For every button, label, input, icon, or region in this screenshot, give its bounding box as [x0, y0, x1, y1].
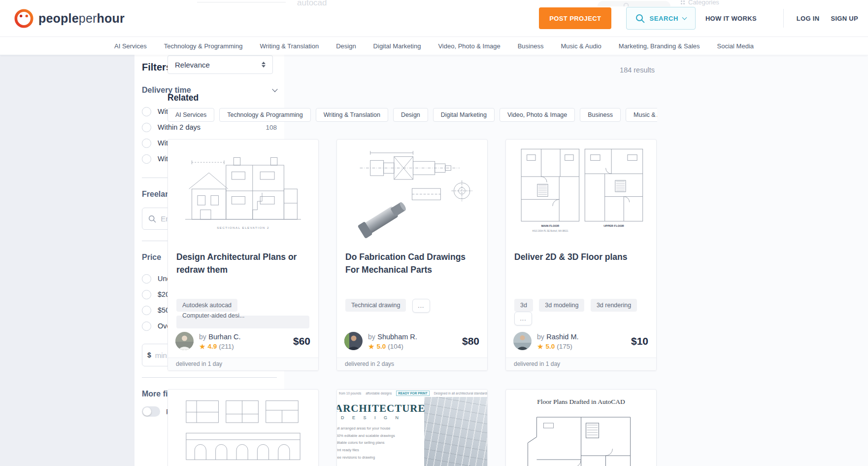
- seller-avatar[interactable]: [175, 332, 194, 350]
- how-it-works-link[interactable]: HOW IT WORKS: [705, 15, 757, 22]
- gig-tags: 3d 3d modeling 3d rendering ...: [514, 299, 651, 325]
- delivery-footer: delivered in 1 day: [506, 358, 656, 370]
- nav-item-marketing-branding-sales[interactable]: Marketing, Branding & Sales: [619, 42, 700, 50]
- logo[interactable]: peopleperhour: [14, 8, 125, 29]
- rating-value: 5.0: [376, 343, 386, 350]
- nav-item-writing-translation[interactable]: Writing & Translation: [260, 42, 319, 50]
- log-in-link[interactable]: LOG IN: [797, 15, 820, 22]
- radio-button[interactable]: [142, 139, 151, 148]
- logo-text: peopleperhour: [38, 11, 125, 26]
- related-tag-business[interactable]: Business: [580, 108, 621, 122]
- delivery-footer: delivered in 2 days: [337, 358, 487, 370]
- search-button[interactable]: SEARCH: [626, 7, 696, 30]
- sign-up-link[interactable]: SIGN UP: [831, 15, 858, 22]
- radio-button[interactable]: [142, 107, 151, 116]
- gig-card-architectural-plans[interactable]: SECTIONAL ELEVATION 2 Design Architectur…: [167, 139, 319, 371]
- radio-button[interactable]: [142, 154, 151, 164]
- seller-meta: by Burhan C. ★ 4.9 (211): [199, 332, 241, 350]
- poster-feature-lines: ull arranged areas for your house 00% ed…: [336, 425, 395, 461]
- category-nav: AI Services Technology & Programming Wri…: [0, 36, 868, 55]
- post-project-button[interactable]: POST PROJECT: [539, 7, 611, 29]
- rating-row: ★ 5.0 (104): [368, 343, 417, 350]
- more-tags-button[interactable]: ...: [412, 299, 430, 313]
- seller-name[interactable]: Burhan C.: [208, 333, 240, 341]
- gig-tag[interactable]: 3d rendering: [591, 299, 637, 312]
- gig-card-architecture-poster[interactable]: from 10 pounds affordable designs READY …: [336, 389, 488, 466]
- sort-arrows-icon: [262, 62, 266, 68]
- related-tag-digital-marketing[interactable]: Digital Marketing: [433, 108, 495, 122]
- gig-card-autocad-floor-plans[interactable]: Floor Plans Drafted in AutoCAD: [505, 389, 657, 466]
- gig-card-fabrication-cad[interactable]: Do Fabrication Cad Drawings For Mechanic…: [336, 139, 488, 371]
- poster-title: ARCHITECTURE: [336, 402, 426, 415]
- radio-button[interactable]: [142, 306, 151, 315]
- related-tag-technology-programming[interactable]: Technology & Programming: [219, 108, 311, 122]
- star-icon: ★: [368, 343, 374, 350]
- star-icon: ★: [199, 343, 205, 350]
- gig-tag[interactable]: Computer-aided desi...: [176, 316, 309, 328]
- gig-tag[interactable]: Autodesk autocad: [176, 299, 237, 312]
- radio-button[interactable]: [142, 123, 151, 132]
- nav-item-technology-programming[interactable]: Technology & Programming: [164, 42, 243, 50]
- seller-name[interactable]: Shubham R.: [377, 333, 417, 341]
- peopleperhour-smiley-icon: [14, 8, 34, 29]
- gig-image-floorplan-drawing: [506, 408, 656, 466]
- gig-title[interactable]: Deliver 2D & 3D Floor plans: [514, 251, 648, 263]
- gig-price: $60: [293, 335, 310, 347]
- poster-subtitle: D E S I G N: [341, 415, 402, 420]
- related-tag-writing-translation[interactable]: Writing & Translation: [316, 108, 388, 122]
- related-tag-music-audio[interactable]: Music & Audio: [626, 108, 657, 122]
- gig-tags: Autodesk autocad Computer-aided desi...: [176, 299, 313, 332]
- gig-tag[interactable]: Technical drawing: [345, 299, 406, 312]
- gig-tag[interactable]: 3d: [514, 299, 533, 312]
- by-label: by: [368, 333, 375, 341]
- logo-hour: hour: [97, 11, 125, 25]
- header-actions: POST PROJECT SEARCH HOW IT WORKS LOG IN …: [539, 7, 861, 30]
- gig-tag[interactable]: 3d modeling: [539, 299, 584, 312]
- currency-symbol: $: [147, 351, 151, 359]
- results-area: Relevance 184 results Related AI Service…: [167, 55, 657, 466]
- building-photo: [424, 397, 487, 466]
- gig-card-floor-plans[interactable]: MAIN FLOOR UPPER FLOOR 4410 230th PL SE …: [505, 139, 657, 371]
- gig-title[interactable]: Design Architectural Plans or redraw the…: [176, 251, 310, 277]
- related-title: Related: [167, 93, 199, 103]
- radio-button[interactable]: [142, 274, 151, 284]
- nav-item-business[interactable]: Business: [518, 42, 544, 50]
- gig-image-architecture-poster: from 10 pounds affordable designs READY …: [337, 390, 487, 466]
- nav-item-music-audio[interactable]: Music & Audio: [561, 42, 601, 50]
- gig-title[interactable]: Do Fabrication Cad Drawings For Mechanic…: [345, 251, 479, 277]
- toggle-knob: [143, 407, 151, 416]
- poster-line: ull arranged areas for your house: [336, 425, 395, 432]
- review-count: (211): [219, 343, 234, 350]
- review-count: (175): [557, 343, 572, 350]
- nav-item-video-photo-image[interactable]: Video, Photo & Image: [438, 42, 500, 50]
- nav-item-social-media[interactable]: Social Media: [717, 42, 754, 50]
- gig-price: $80: [462, 335, 479, 347]
- poster-topbar-item: from 10 pounds: [339, 392, 361, 395]
- seller-meta: by Shubham R. ★ 5.0 (104): [368, 332, 417, 350]
- sort-select[interactable]: Relevance: [167, 55, 273, 74]
- nav-item-design[interactable]: Design: [336, 42, 356, 50]
- seller-row: by Rashid M. ★ 5.0 (175) $10: [513, 332, 648, 350]
- radio-button[interactable]: [142, 322, 151, 331]
- search-icon: [635, 14, 645, 23]
- sort-selected-value: Relevance: [175, 61, 210, 69]
- recently-added-toggle[interactable]: [142, 406, 160, 417]
- seller-avatar[interactable]: [344, 332, 363, 350]
- seller-avatar[interactable]: [513, 332, 532, 350]
- logo-per: per: [79, 11, 97, 25]
- seller-name[interactable]: Rashid M.: [546, 333, 578, 341]
- nav-item-ai-services[interactable]: AI Services: [114, 42, 147, 50]
- related-tag-design[interactable]: Design: [393, 108, 428, 122]
- poster-line: ree revisions to drawing: [336, 454, 395, 462]
- gig-card-elevation-sheet[interactable]: [167, 389, 319, 466]
- radio-button[interactable]: [142, 290, 151, 299]
- rating-value: 5.0: [545, 343, 555, 350]
- rating-row: ★ 5.0 (175): [537, 343, 579, 350]
- nav-item-digital-marketing[interactable]: Digital Marketing: [373, 42, 421, 50]
- floorplan-image-title: Floor Plans Drafted in AutoCAD: [506, 398, 656, 406]
- poster-line: 00% editable and scalable drawings: [336, 432, 395, 440]
- more-tags-button[interactable]: ...: [514, 312, 532, 325]
- search-icon: [148, 215, 156, 223]
- related-tag-ai-services[interactable]: AI Services: [167, 108, 214, 122]
- related-tag-video-photo-image[interactable]: Video, Photo & Image: [500, 108, 575, 122]
